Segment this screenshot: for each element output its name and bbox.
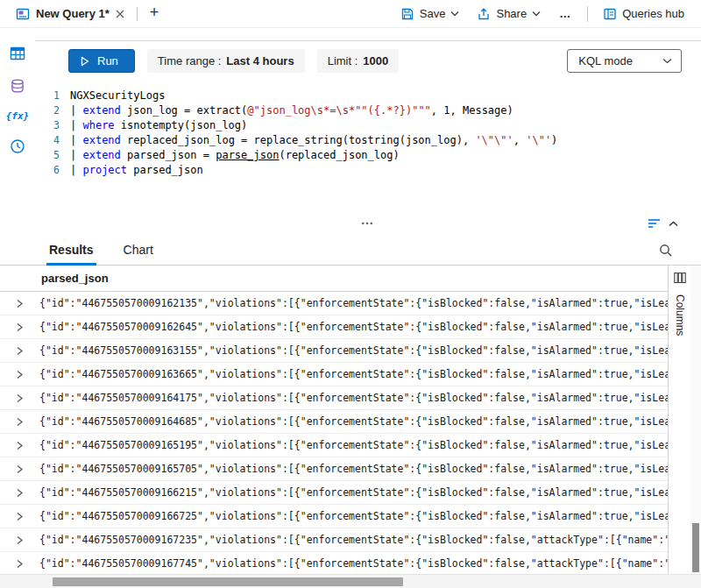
editor-line[interactable]: 4 | extend replaced_json_log = replace_s… [35,133,701,148]
expand-chevron-icon[interactable] [0,535,39,545]
row-json-text: {"id":"4467550570009166215","violations"… [39,486,668,499]
row-json-text: {"id":"4467550570009165195","violations"… [39,439,668,451]
tab-divider [137,7,138,21]
tab-chart[interactable]: Chart [124,243,153,265]
share-label: Share [496,7,527,20]
table-row[interactable]: {"id":"4467550570009162135","violations"… [0,292,668,315]
table-row[interactable]: {"id":"4467550570009162645","violations"… [0,315,668,339]
time-range-chip[interactable]: Time range : Last 4 hours [147,49,305,73]
code-text: | extend json_log = extract(@"json_log\s… [70,103,513,118]
line-number: 4 [35,133,70,148]
expand-chevron-icon[interactable] [0,370,39,379]
results-grid: {"id":"4467550570009162135","violations"… [0,292,668,574]
table-row[interactable]: {"id":"4467550570009164685","violations"… [0,410,668,434]
editor-pane: Run Time range : Last 4 hours Limit : 10… [35,28,701,235]
kql-mode-dropdown[interactable]: KQL mode [567,49,682,73]
play-icon [81,56,89,67]
expand-chevron-icon[interactable] [0,393,39,403]
table-row[interactable]: {"id":"4467550570009167745","violations"… [0,552,668,574]
table-row[interactable]: {"id":"4467550570009166725","violations"… [0,505,668,528]
tab-bar: New Query 1* + Save Share … [0,0,701,28]
expand-chevron-icon[interactable] [0,488,39,498]
horizontal-scrollbar[interactable] [0,574,701,588]
query-editor[interactable]: 1 NGXSecurityLogs 2 | extend json_log = … [35,89,701,178]
vertical-scrollbar-thumb[interactable] [692,523,699,572]
queries-hub-icon [603,7,617,21]
expand-chevron-icon[interactable] [0,441,39,450]
expand-chevron-icon[interactable] [0,512,39,521]
expand-chevron-icon[interactable] [0,464,39,474]
table-row[interactable]: {"id":"4467550570009165195","violations"… [0,434,668,457]
time-range-value: Last 4 hours [226,54,294,67]
expand-chevron-icon[interactable] [0,322,39,332]
editor-options-icon[interactable] [648,218,661,229]
row-json-text: {"id":"4467550570009164175","violations"… [39,392,668,404]
tab-results-label: Results [49,243,94,257]
limit-value: 1000 [363,54,388,67]
column-header-parsed-json[interactable]: parsed_json [0,266,668,292]
history-rail-button[interactable] [8,137,27,156]
column-header-label: parsed_json [41,272,109,285]
code-text: | project parsed_json [70,163,203,178]
limit-chip[interactable]: Limit : 1000 [317,49,400,73]
editor-line[interactable]: 1 NGXSecurityLogs [35,89,701,103]
database-rail-button[interactable] [8,76,27,96]
expand-chevron-icon[interactable] [0,299,39,308]
code-text: NGXSecurityLogs [70,89,165,103]
tab-new-query[interactable]: New Query 1* [7,0,133,27]
row-json-text: {"id":"4467550570009166725","violations"… [39,510,668,522]
table-row[interactable]: {"id":"4467550570009163155","violations"… [0,339,668,363]
editor-line[interactable]: 5 | extend parsed_json = parse_json(repl… [35,148,701,163]
table-row[interactable]: {"id":"4467550570009165705","violations"… [0,457,668,481]
chevron-up-icon[interactable] [669,221,678,227]
row-json-text: {"id":"4467550570009162135","violations"… [39,297,668,309]
query-toolbar: Run Time range : Last 4 hours Limit : 10… [35,40,701,81]
row-json-text: {"id":"4467550570009163155","violations"… [39,344,668,357]
editor-line[interactable]: 6 | project parsed_json [35,163,701,178]
queries-hub-button[interactable]: Queries hub [595,3,692,25]
row-json-text: {"id":"4467550570009163665","violations"… [39,368,668,380]
query-document-icon [16,7,30,21]
search-icon[interactable] [659,244,673,258]
chevron-down-icon [450,11,459,17]
code-text: | extend replaced_json_log = replace_str… [70,133,557,148]
save-button[interactable]: Save [393,3,468,25]
history-icon [10,138,25,154]
line-number: 2 [35,103,70,118]
line-number: 3 [35,118,70,133]
expand-chevron-icon[interactable] [0,559,39,569]
pane-resize-handle[interactable]: … [361,212,376,227]
expand-chevron-icon[interactable] [0,346,39,356]
columns-icon [674,272,686,287]
line-number: 6 [35,163,70,178]
database-icon [10,78,25,94]
table-row[interactable]: {"id":"4467550570009166215","violations"… [0,481,668,505]
row-json-text: {"id":"4467550570009167745","violations"… [39,557,668,570]
left-icon-rail: {fx} [0,28,35,235]
new-tab-button[interactable]: + [141,4,168,23]
tab-close-icon[interactable] [116,10,124,18]
vertical-scrollbar[interactable] [690,266,701,574]
chevron-down-icon [532,11,541,17]
table-row[interactable]: {"id":"4467550570009167235","violations"… [0,528,668,552]
share-button[interactable]: Share [469,3,549,25]
functions-rail-button[interactable]: {fx} [4,109,32,124]
table-icon [10,46,25,61]
functions-icon: {fx} [6,110,30,122]
horizontal-scrollbar-thumb[interactable] [53,577,403,586]
run-button[interactable]: Run [68,49,135,73]
tab-chart-label: Chart [124,243,153,257]
columns-panel-toggle[interactable]: Columns [668,266,690,574]
line-number: 5 [35,148,70,163]
save-icon [400,7,414,21]
tab-results[interactable]: Results [49,243,94,265]
more-options-button[interactable]: … [550,3,580,25]
results-tab-strip: Results Chart [0,235,701,266]
editor-line[interactable]: 3 | where isnotempty(json_log) [35,118,701,133]
tables-rail-button[interactable] [8,44,27,63]
table-row[interactable]: {"id":"4467550570009163665","violations"… [0,363,668,386]
table-row[interactable]: {"id":"4467550570009164175","violations"… [0,386,668,410]
editor-line[interactable]: 2 | extend json_log = extract(@"json_log… [35,103,701,118]
expand-chevron-icon[interactable] [0,417,39,427]
line-number: 1 [35,89,70,103]
